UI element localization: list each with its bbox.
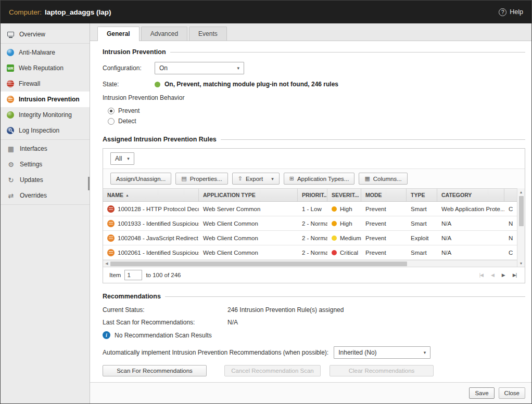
settings-gear-icon: ⚙ — [7, 161, 15, 168]
page-item-input[interactable] — [124, 270, 142, 280]
last-scan-value: N/A — [227, 319, 238, 326]
help-button[interactable]: ? Help — [499, 8, 523, 16]
rule-severity: High — [340, 206, 352, 212]
auto-implement-value: Inherited (No) — [338, 349, 376, 356]
horizontal-scrollbar[interactable]: ◀ — [103, 260, 517, 267]
help-icon: ? — [499, 8, 506, 16]
integrity-monitoring-icon — [7, 111, 14, 119]
tab-bar: General Advanced Events — [90, 23, 531, 41]
horizontal-scrollbar-thumb[interactable] — [110, 262, 407, 266]
sidebar-item-interfaces[interactable]: ▦ Interfaces — [1, 141, 90, 157]
sidebar-item-integrity-monitoring[interactable]: Integrity Monitoring — [1, 107, 90, 123]
sidebar-item-anti-malware[interactable]: Anti-Malware — [1, 45, 90, 60]
section-recommendations-heading: Recommendations — [103, 292, 525, 301]
configuration-row: Configuration: On ▾ — [103, 62, 525, 74]
section-assigned-rules-heading: Assigned Intrusion Prevention Rules — [103, 135, 525, 144]
column-header-mode[interactable]: MODE — [361, 189, 407, 201]
vertical-scrollbar-thumb[interactable] — [519, 196, 524, 226]
first-page-icon[interactable]: |◀ — [477, 272, 485, 278]
rule-name: 1001933 - Identified Suspicious... — [118, 220, 199, 227]
firewall-icon — [7, 80, 14, 87]
rules-panel: All ▾ Assign/Unassign... ▤ Properties... — [103, 148, 525, 283]
table-row[interactable]: 1000128 - HTTP Protocol Decod... Web Ser… — [103, 202, 517, 216]
next-page-icon[interactable]: ▶ — [500, 272, 507, 278]
rule-priority: 2 - Normal — [298, 250, 327, 256]
export-button[interactable]: ⇧ Export ▾ — [232, 173, 280, 185]
computer-title: laptop_adaggs (lap) — [45, 8, 111, 16]
assign-unassign-button[interactable]: Assign/Unassign... — [110, 173, 171, 185]
rule-category: Web Application Prote... — [437, 206, 504, 212]
sidebar-item-intrusion-prevention[interactable]: Intrusion Prevention — [1, 92, 90, 107]
application-types-button[interactable]: ⊞ Application Types... — [284, 173, 355, 185]
rules-toolbar: Assign/Unassign... ▤ Properties... ⇧ Exp… — [103, 169, 525, 188]
column-header-name[interactable]: NAME ▲ — [103, 189, 199, 201]
last-page-icon[interactable]: ▶| — [511, 272, 518, 278]
rule-severity: Critical — [340, 250, 358, 256]
column-header-type[interactable]: TYPE — [407, 189, 437, 201]
rule-priority: 2 - Normal — [298, 220, 327, 227]
table-row[interactable]: 1002061 - Identified Suspicious... Web C… — [103, 245, 517, 260]
sidebar-item-web-reputation[interactable]: WR Web Reputation — [1, 60, 90, 76]
anti-malware-icon — [7, 49, 14, 56]
columns-button[interactable]: ▦ Columns... — [359, 173, 407, 185]
previous-page-icon[interactable]: ◀ — [489, 272, 496, 278]
properties-icon: ▤ — [181, 175, 186, 182]
scan-for-recommendations-button[interactable]: Scan For Recommendations — [103, 365, 207, 376]
column-header-category[interactable]: CATEGORY — [437, 189, 504, 201]
close-button[interactable]: Close — [499, 387, 525, 399]
tab-events[interactable]: Events — [189, 27, 227, 41]
tab-advanced[interactable]: Advanced — [141, 27, 187, 41]
content-area: General Advanced Events Intrusion Preven… — [90, 23, 531, 403]
no-results-row: i No Recommendation Scan Results — [103, 331, 525, 339]
sidebar-scrollbar[interactable] — [88, 177, 90, 190]
interfaces-icon: ▦ — [7, 145, 15, 153]
rule-mode: Prevent — [361, 250, 407, 256]
sidebar-item-firewall[interactable]: Firewall — [1, 76, 90, 92]
sidebar: Overview Anti-Malware WR Web Reputation … — [1, 23, 90, 403]
last-scan-label: Last Scan for Recommendations: — [103, 319, 227, 326]
sidebar-item-label: Overrides — [20, 192, 47, 199]
column-header-severity[interactable]: SEVERIT... — [327, 189, 361, 201]
scroll-left-icon[interactable]: ◀ — [103, 262, 110, 266]
save-button[interactable]: Save — [469, 387, 494, 399]
radio-prevent[interactable]: Prevent — [108, 106, 525, 116]
sidebar-item-label: Updates — [20, 176, 43, 184]
sidebar-item-overview[interactable]: Overview — [1, 27, 90, 42]
column-header-priority[interactable]: PRIORIT... — [298, 189, 327, 201]
sidebar-item-settings[interactable]: ⚙ Settings — [1, 157, 90, 172]
rule-application-type: Web Server Common — [199, 206, 298, 212]
properties-button[interactable]: ▤ Properties... — [175, 173, 227, 185]
column-header-application-type[interactable]: APPLICATION TYPE — [199, 189, 298, 201]
clear-button-label: Clear Recommendations — [349, 368, 415, 374]
radio-unselected-icon — [108, 118, 115, 125]
clear-recommendations-button[interactable]: Clear Recommendations — [330, 365, 434, 376]
log-inspection-icon — [7, 127, 14, 134]
sidebar-item-updates[interactable]: ↻ Updates — [1, 172, 90, 188]
no-results-text: No Recommendation Scan Results — [115, 332, 212, 339]
auto-implement-dropdown[interactable]: Inherited (No) ▾ — [334, 346, 430, 359]
table-row[interactable]: 1001933 - Identified Suspicious... Web C… — [103, 216, 517, 231]
sidebar-item-log-inspection[interactable]: Log Inspection — [1, 123, 90, 138]
sort-asc-icon: ▲ — [125, 193, 129, 197]
columns-icon: ▦ — [364, 175, 370, 182]
current-status-value: 246 Intrusion Prevention Rule(s) assigne… — [227, 306, 344, 314]
scroll-down-icon[interactable]: ▼ — [520, 259, 523, 267]
table-row[interactable]: 1002048 - JavaScript Redirect S... Web C… — [103, 231, 517, 245]
rules-filter-row: All ▾ — [103, 149, 525, 169]
rule-type: Smart — [407, 250, 437, 256]
vertical-scrollbar[interactable]: ▲ ▼ — [517, 188, 525, 267]
cancel-recommendation-scan-button[interactable]: Cancel Recommendation Scan — [224, 365, 321, 376]
configuration-dropdown[interactable]: On ▾ — [155, 62, 244, 74]
scroll-up-icon[interactable]: ▲ — [520, 188, 523, 196]
tab-general[interactable]: General — [97, 27, 140, 41]
radio-detect[interactable]: Detect — [108, 116, 525, 126]
severity-dot-icon — [332, 221, 337, 226]
rules-filter-dropdown[interactable]: All ▾ — [110, 152, 134, 165]
assign-unassign-label: Assign/Unassign... — [116, 176, 166, 182]
chevron-down-icon: ▾ — [127, 156, 130, 161]
export-icon: ⇧ — [238, 175, 243, 182]
sidebar-item-overrides[interactable]: ⇄ Overrides — [1, 188, 90, 203]
radio-prevent-label: Prevent — [118, 107, 140, 114]
properties-label: Properties... — [190, 176, 222, 182]
column-label: NAME — [107, 192, 123, 198]
